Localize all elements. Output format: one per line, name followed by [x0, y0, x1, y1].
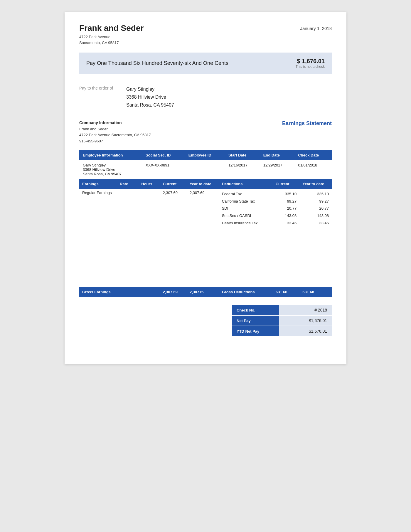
earnings-hours	[138, 189, 160, 228]
ytd-net-pay-row: YTD Net Pay $1,676.01	[232, 326, 332, 336]
th-deductions: Deductions	[219, 179, 273, 189]
spacer-cell	[79, 228, 332, 287]
employee-info-section: Employee Information Social Sec. ID Empl…	[79, 150, 332, 179]
summary-table: Check No. # 2018 Net Pay $1,676.01 YTD N…	[232, 305, 332, 337]
ytd-net-pay-label: YTD Net Pay	[232, 326, 279, 336]
col-social-sec: Social Sec. ID	[142, 150, 185, 160]
pay-stub-page: Frank and Seder 4722 Park Avenue Sacrame…	[65, 12, 346, 364]
totals-row: Gross Earnings 2,307.69 2,307.69 Gross D…	[79, 287, 332, 297]
deductions-current: 335.10 99.27 20.77 143.08 33.46	[276, 191, 297, 227]
company-info-address: 4722 Park Avenue Sacramento, CA 95817	[79, 132, 151, 138]
th-earnings: Earnings	[79, 179, 117, 189]
deductions-ytd-cell: 335.10 99.27 20.77 143.08 33.46	[299, 189, 332, 228]
start-date-cell: 12/16/2017	[225, 160, 260, 179]
company-address-line1: 4722 Park Avenue	[79, 34, 144, 40]
summary-section: Check No. # 2018 Net Pay $1,676.01 YTD N…	[79, 305, 332, 337]
gross-deductions-current: 631.68	[273, 287, 299, 297]
ytd-net-pay-value: $1,676.01	[279, 326, 332, 336]
net-pay-value: $1,676.01	[279, 315, 332, 326]
ded-cur-0: 335.10	[276, 191, 297, 198]
ded-name-0: Federal Tax	[222, 191, 270, 198]
deductions-current-cell: 335.10 99.27 20.77 143.08 33.46	[273, 189, 299, 228]
earnings-data-row: Regular Earnings 2,307.69 2,307.69 Feder…	[79, 189, 332, 228]
ded-cur-3: 143.08	[276, 212, 297, 220]
check-no-row: Check No. # 2018	[232, 305, 332, 315]
ded-cur-1: 99.27	[276, 198, 297, 205]
ded-ytd-0: 335.10	[302, 191, 329, 198]
col-employee-id: Employee ID	[185, 150, 225, 160]
employee-info-cell: Gary Stingley 3368 Hillview Drive Santa …	[79, 160, 142, 179]
col-check-date: Check Date	[294, 150, 332, 160]
payee-name: Gary Stingley	[126, 85, 174, 93]
gross-deductions-ytd: 631.68	[299, 287, 332, 297]
gross-earnings-ytd: 2,307.69	[187, 287, 219, 297]
pay-to-label: Pay to the order of	[79, 85, 126, 109]
deductions-names-cell: Federal Tax California State Tax SDI Soc…	[219, 189, 273, 228]
ded-ytd-3: 143.08	[302, 212, 329, 220]
company-info-phone: 916-455-9607	[79, 138, 151, 144]
ded-name-4: Health Insurance Tax	[222, 220, 270, 227]
earnings-statement-label: Earnings Statement	[282, 120, 332, 127]
col-end-date: End Date	[260, 150, 295, 160]
pay-banner-text: Pay One Thousand Six Hundred Seventy-six…	[86, 60, 228, 66]
earnings-current: 2,307.69	[160, 189, 186, 228]
payee-address1: 3368 Hillview Drive	[126, 93, 174, 101]
company-header: Frank and Seder 4722 Park Avenue Sacrame…	[79, 23, 144, 46]
deductions-ytd: 335.10 99.27 20.77 143.08 33.46	[302, 191, 329, 227]
deductions-names: Federal Tax California State Tax SDI Soc…	[222, 191, 270, 227]
end-date-cell: 12/29/2017	[260, 160, 295, 179]
spacer-row	[79, 228, 332, 287]
ded-cur-2: 20.77	[276, 205, 297, 212]
th-rate: Rate	[117, 179, 138, 189]
employee-row: Gary Stingley 3368 Hillview Drive Santa …	[79, 160, 332, 179]
earnings-deductions-table: Earnings Rate Hours Current Year to date…	[79, 179, 332, 297]
employee-id-cell	[185, 160, 225, 179]
ded-ytd-2: 20.77	[302, 205, 329, 212]
check-date-cell: 01/01/2018	[294, 160, 332, 179]
gross-deductions-label: Gross Deductions	[219, 287, 273, 297]
earnings-rate	[117, 189, 138, 228]
payee-address2: Santa Rosa, CA 95407	[126, 101, 174, 109]
th-ded-current: Current	[273, 179, 299, 189]
company-info-block: Company Information Frank and Seder 4722…	[79, 120, 151, 144]
gross-earnings-hours	[138, 287, 160, 297]
earnings-deductions-section: Earnings Rate Hours Current Year to date…	[79, 179, 332, 297]
net-pay-label: Net Pay	[232, 315, 279, 326]
pay-banner: Pay One Thousand Six Hundred Seventy-six…	[79, 53, 332, 74]
ded-name-1: California State Tax	[222, 198, 270, 205]
th-ded-ytd: Year to date	[299, 179, 332, 189]
th-ytd: Year to date	[187, 179, 219, 189]
earnings-name: Regular Earnings	[79, 189, 117, 228]
employee-name: Gary Stingley	[83, 163, 139, 167]
employee-addr2: Santa Rosa, CA 95407	[83, 172, 139, 176]
check-no-value: # 2018	[279, 305, 332, 315]
employee-addr1: 3368 Hillview Drive	[83, 167, 139, 172]
check-no-label: Check No.	[232, 305, 279, 315]
ded-name-2: SDI	[222, 205, 270, 212]
pay-to-details: Gary Stingley 3368 Hillview Drive Santa …	[126, 85, 174, 109]
employee-info-table: Employee Information Social Sec. ID Empl…	[79, 150, 332, 179]
ded-ytd-1: 99.27	[302, 198, 329, 205]
ded-cur-4: 33.46	[276, 220, 297, 227]
info-earnings-row: Company Information Frank and Seder 4722…	[79, 120, 332, 144]
social-sec-cell: XXX-XX-0891	[142, 160, 185, 179]
pay-amount-note: This is not a check	[296, 65, 325, 69]
gross-earnings-rate	[117, 287, 138, 297]
pay-to-section: Pay to the order of Gary Stingley 3368 H…	[79, 82, 332, 112]
company-info-name: Frank and Seder	[79, 126, 151, 132]
th-current: Current	[160, 179, 186, 189]
document-date: January 1, 2018	[300, 23, 332, 31]
company-address-line2: Sacramento, CA 95817	[79, 40, 144, 46]
col-start-date: Start Date	[225, 150, 260, 160]
gross-earnings-current: 2,307.69	[160, 287, 186, 297]
earnings-ytd: 2,307.69	[187, 189, 219, 228]
pay-banner-amount: $ 1,676.01 This is not a check	[296, 58, 325, 69]
th-hours: Hours	[138, 179, 160, 189]
gross-earnings-label: Gross Earnings	[79, 287, 117, 297]
company-info-title: Company Information	[79, 120, 151, 125]
pay-amount-value: $ 1,676.01	[296, 58, 325, 65]
ded-name-3: Soc Sec / OASDI	[222, 212, 270, 220]
header: Frank and Seder 4722 Park Avenue Sacrame…	[79, 23, 332, 46]
net-pay-row: Net Pay $1,676.01	[232, 315, 332, 326]
col-employee-info: Employee Information	[79, 150, 142, 160]
